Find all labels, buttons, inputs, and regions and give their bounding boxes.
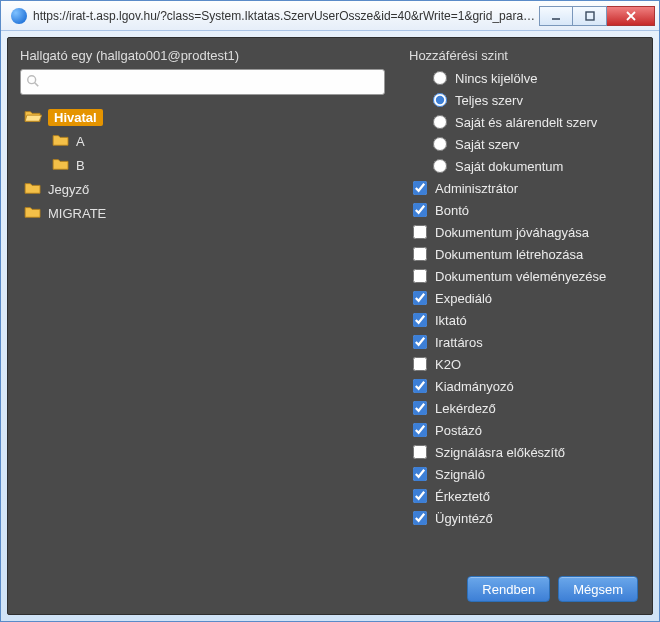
- access-radio[interactable]: [433, 159, 447, 173]
- role-option[interactable]: Postázó: [409, 419, 640, 441]
- tree-item[interactable]: Jegyző: [20, 177, 385, 201]
- role-checkbox[interactable]: [413, 203, 427, 217]
- minimize-button[interactable]: [539, 6, 573, 26]
- tree-item[interactable]: A: [20, 129, 385, 153]
- role-option[interactable]: Dokumentum jóváhagyása: [409, 221, 640, 243]
- role-option-label: Iktató: [435, 313, 467, 328]
- role-option-label: Postázó: [435, 423, 482, 438]
- role-option[interactable]: Szignáló: [409, 463, 640, 485]
- role-option-label: Dokumentum jóváhagyása: [435, 225, 589, 240]
- role-option[interactable]: Lekérdező: [409, 397, 640, 419]
- role-checkbox[interactable]: [413, 445, 427, 459]
- role-option[interactable]: Irattáros: [409, 331, 640, 353]
- role-option[interactable]: Dokumentum létrehozása: [409, 243, 640, 265]
- titlebar: https://irat-t.asp.lgov.hu/?class=System…: [1, 1, 659, 31]
- access-radio[interactable]: [433, 137, 447, 151]
- access-radio[interactable]: [433, 71, 447, 85]
- tree-item-label: MIGRATE: [48, 206, 106, 221]
- tree-item-label: Hivatal: [48, 109, 103, 126]
- ie-icon: [11, 8, 27, 24]
- role-option[interactable]: K2O: [409, 353, 640, 375]
- role-checkbox[interactable]: [413, 313, 427, 327]
- tree-item-label: B: [76, 158, 85, 173]
- window-buttons: [539, 6, 655, 26]
- close-button[interactable]: [607, 6, 655, 26]
- folder-icon: [52, 133, 70, 150]
- access-option[interactable]: Teljes szerv: [409, 89, 640, 111]
- search-icon: [26, 74, 40, 88]
- search-input[interactable]: [20, 69, 385, 95]
- access-option-label: Saját dokumentum: [455, 159, 563, 174]
- role-option-label: Kiadmányozó: [435, 379, 514, 394]
- role-option[interactable]: Kiadmányozó: [409, 375, 640, 397]
- role-option-label: Szignálásra előkészítő: [435, 445, 565, 460]
- maximize-button[interactable]: [573, 6, 607, 26]
- svg-point-4: [28, 76, 36, 84]
- role-checkbox[interactable]: [413, 181, 427, 195]
- access-option-label: Nincs kijelölve: [455, 71, 537, 86]
- content-frame: Hallgató egy (hallgato001@prodtest1) Hiv…: [1, 31, 659, 621]
- role-checkbox[interactable]: [413, 335, 427, 349]
- access-level-title: Hozzáférési szint: [409, 48, 640, 63]
- svg-line-5: [35, 83, 39, 87]
- folder-icon: [24, 181, 42, 198]
- tree-item-label: Jegyző: [48, 182, 89, 197]
- role-checkbox[interactable]: [413, 467, 427, 481]
- role-checkbox[interactable]: [413, 269, 427, 283]
- access-radio[interactable]: [433, 115, 447, 129]
- role-option-label: Irattáros: [435, 335, 483, 350]
- access-option[interactable]: Saját és alárendelt szerv: [409, 111, 640, 133]
- role-checkbox[interactable]: [413, 423, 427, 437]
- role-checkbox[interactable]: [413, 379, 427, 393]
- role-checkbox[interactable]: [413, 291, 427, 305]
- tree-item[interactable]: Hivatal: [20, 105, 385, 129]
- role-checkbox[interactable]: [413, 511, 427, 525]
- role-option[interactable]: Iktató: [409, 309, 640, 331]
- role-option[interactable]: Bontó: [409, 199, 640, 221]
- user-label: Hallgató egy (hallgato001@prodtest1): [20, 48, 385, 63]
- role-option[interactable]: Ügyintéző: [409, 507, 640, 529]
- role-option-label: Érkeztető: [435, 489, 490, 504]
- cancel-button[interactable]: Mégsem: [558, 576, 638, 602]
- access-option-label: Saját és alárendelt szerv: [455, 115, 597, 130]
- right-column: Hozzáférési szint Nincs kijelölveTeljes …: [409, 48, 640, 570]
- role-option[interactable]: Szignálásra előkészítő: [409, 441, 640, 463]
- role-option-label: Adminisztrátor: [435, 181, 518, 196]
- role-option[interactable]: Érkeztető: [409, 485, 640, 507]
- dialog-panel: Hallgató egy (hallgato001@prodtest1) Hiv…: [7, 37, 653, 615]
- role-checkbox[interactable]: [413, 489, 427, 503]
- org-tree: HivatalABJegyzőMIGRATE: [20, 105, 385, 225]
- folder-icon: [24, 205, 42, 222]
- folder-open-icon: [24, 109, 42, 126]
- role-option[interactable]: Dokumentum véleményezése: [409, 265, 640, 287]
- access-level-radios: Nincs kijelölveTeljes szervSaját és alár…: [409, 67, 640, 177]
- search-box: [20, 69, 385, 95]
- role-option-label: Szignáló: [435, 467, 485, 482]
- tree-item[interactable]: B: [20, 153, 385, 177]
- role-option[interactable]: Expediáló: [409, 287, 640, 309]
- tree-item[interactable]: MIGRATE: [20, 201, 385, 225]
- access-option-label: Teljes szerv: [455, 93, 523, 108]
- role-checkbox[interactable]: [413, 401, 427, 415]
- access-option-label: Saját szerv: [455, 137, 519, 152]
- browser-window: https://irat-t.asp.lgov.hu/?class=System…: [0, 0, 660, 622]
- window-title: https://irat-t.asp.lgov.hu/?class=System…: [33, 9, 539, 23]
- role-option-label: Expediáló: [435, 291, 492, 306]
- role-checkboxes: AdminisztrátorBontóDokumentum jóváhagyás…: [409, 177, 640, 529]
- access-option[interactable]: Nincs kijelölve: [409, 67, 640, 89]
- svg-rect-1: [586, 12, 594, 20]
- role-checkbox[interactable]: [413, 357, 427, 371]
- role-option-label: Bontó: [435, 203, 469, 218]
- role-option-label: Lekérdező: [435, 401, 496, 416]
- access-radio[interactable]: [433, 93, 447, 107]
- folder-icon: [52, 157, 70, 174]
- access-option[interactable]: Saját szerv: [409, 133, 640, 155]
- role-checkbox[interactable]: [413, 247, 427, 261]
- access-option[interactable]: Saját dokumentum: [409, 155, 640, 177]
- ok-button[interactable]: Rendben: [467, 576, 550, 602]
- role-option-label: K2O: [435, 357, 461, 372]
- tree-item-label: A: [76, 134, 85, 149]
- role-option[interactable]: Adminisztrátor: [409, 177, 640, 199]
- role-option-label: Dokumentum létrehozása: [435, 247, 583, 262]
- role-checkbox[interactable]: [413, 225, 427, 239]
